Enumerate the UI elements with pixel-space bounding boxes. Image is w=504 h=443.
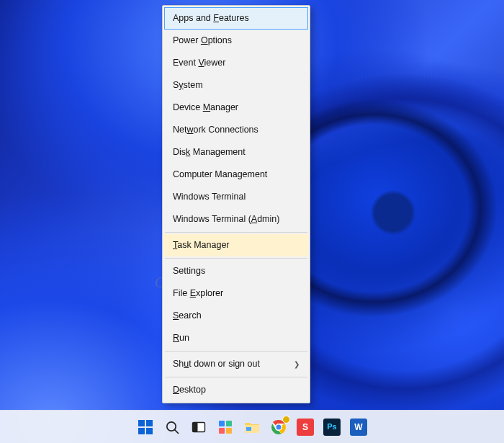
svg-rect-8 xyxy=(219,421,225,426)
menu-separator xyxy=(165,377,307,377)
svg-rect-7 xyxy=(193,422,198,431)
svg-rect-3 xyxy=(146,428,153,434)
menu-item-disk-management[interactable]: Disk Management xyxy=(164,141,308,164)
menu-item-desktop[interactable]: Desktop xyxy=(164,379,308,401)
menu-item-label: Windows Terminal xyxy=(173,191,246,203)
menu-item-windows-terminal-admin[interactable]: Windows Terminal (Admin) xyxy=(164,208,308,231)
taskbar: S Ps W xyxy=(0,410,504,443)
menu-item-task-manager[interactable]: Task Manager xyxy=(164,234,308,256)
search-icon[interactable] xyxy=(162,417,182,437)
menu-item-file-explorer[interactable]: File Explorer xyxy=(164,282,308,305)
menu-item-label: Computer Management xyxy=(173,169,267,181)
svg-rect-9 xyxy=(226,421,232,426)
menu-item-windows-terminal[interactable]: Windows Terminal xyxy=(164,186,308,208)
chevron-right-icon: ❯ xyxy=(294,358,300,370)
menu-item-label: Run xyxy=(173,332,189,344)
svg-rect-13 xyxy=(246,427,251,431)
menu-separator xyxy=(165,351,307,352)
svg-rect-11 xyxy=(226,428,232,434)
menu-item-label: System xyxy=(173,79,203,91)
chrome-icon[interactable] xyxy=(269,417,289,437)
menu-item-label: Windows Terminal (Admin) xyxy=(173,213,279,225)
menu-item-label: Device Manager xyxy=(173,102,238,114)
menu-item-event-viewer[interactable]: Event Viewer xyxy=(164,52,308,74)
svg-line-5 xyxy=(175,429,179,433)
menu-item-label: Apps and Features xyxy=(173,12,249,24)
file-explorer-icon[interactable] xyxy=(242,417,262,437)
menu-item-search[interactable]: Search xyxy=(164,305,308,327)
menu-item-computer-management[interactable]: Computer Management xyxy=(164,164,308,186)
word-icon[interactable]: W xyxy=(348,417,369,437)
menu-item-apps-and-features[interactable]: Apps and Features xyxy=(164,7,308,30)
menu-item-label: Power Options xyxy=(173,35,232,47)
svg-rect-10 xyxy=(219,428,225,434)
menu-separator xyxy=(165,232,307,233)
svg-rect-1 xyxy=(146,420,153,426)
menu-item-network-connections[interactable]: Network Connections xyxy=(164,119,308,141)
menu-item-shut-down-or-sign-out[interactable]: Shut down or sign out❯ xyxy=(164,353,308,375)
svg-rect-0 xyxy=(138,420,145,426)
menu-item-device-manager[interactable]: Device Manager xyxy=(164,97,308,119)
menu-item-label: Search xyxy=(173,310,202,322)
menu-item-label: Network Connections xyxy=(173,124,258,136)
menu-item-label: Disk Management xyxy=(173,146,246,158)
menu-item-label: File Explorer xyxy=(173,287,223,300)
menu-separator xyxy=(165,258,307,259)
menu-item-system[interactable]: System xyxy=(164,74,308,97)
task-view-icon[interactable] xyxy=(189,417,209,437)
menu-item-power-options[interactable]: Power Options xyxy=(164,30,308,52)
menu-item-settings[interactable]: Settings xyxy=(164,260,308,282)
menu-item-label: Settings xyxy=(173,265,205,277)
menu-item-label: Shut down or sign out xyxy=(173,358,260,370)
svg-rect-2 xyxy=(138,428,145,434)
menu-item-run[interactable]: Run xyxy=(164,327,308,349)
menu-item-label: Event Viewer xyxy=(173,57,225,69)
photoshop-icon[interactable]: Ps xyxy=(322,417,342,437)
widgets-icon[interactable] xyxy=(215,417,235,437)
menu-item-label: Desktop xyxy=(173,384,206,396)
menu-item-label: Task Manager xyxy=(173,239,230,251)
winx-context-menu: Apps and FeaturesPower OptionsEvent View… xyxy=(162,5,310,403)
snagit-icon[interactable]: S xyxy=(295,417,315,437)
start-button[interactable] xyxy=(135,417,156,437)
